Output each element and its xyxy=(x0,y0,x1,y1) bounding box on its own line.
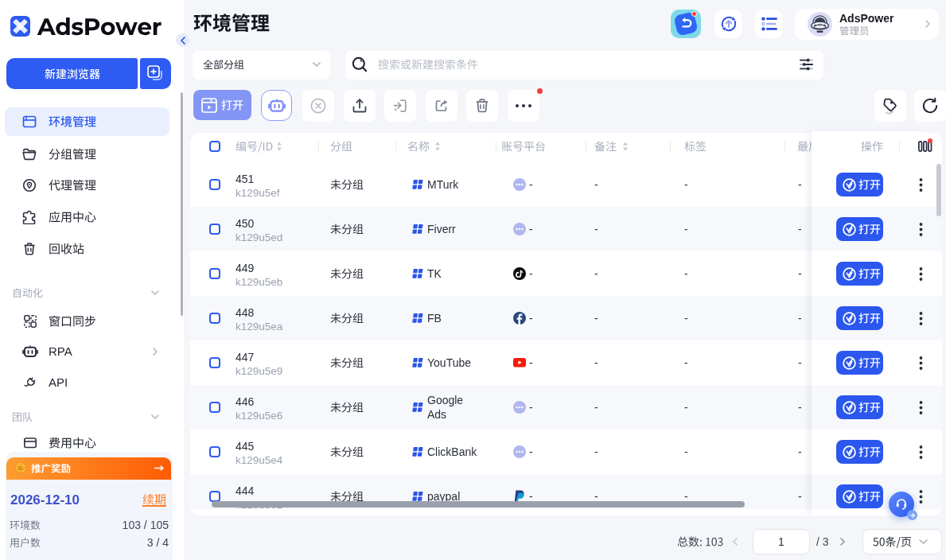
svg-text:B: B xyxy=(18,465,23,472)
